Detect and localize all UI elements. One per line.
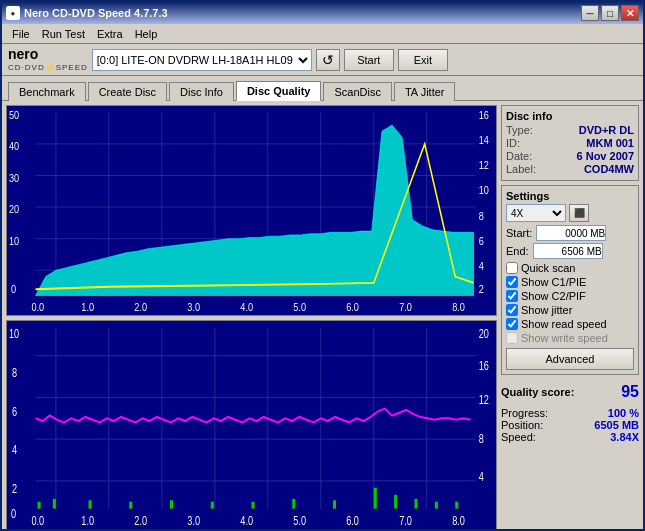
svg-text:0: 0 [11,283,16,295]
advanced-button[interactable]: Advanced [506,348,634,370]
end-input[interactable] [533,243,603,259]
start-button[interactable]: Start [344,49,394,71]
svg-text:12: 12 [479,159,489,171]
c2-pif-row: Show C2/PIF [506,290,634,302]
quick-scan-row: Quick scan [506,262,634,274]
svg-rect-51 [38,501,41,508]
quick-scan-label: Quick scan [521,262,575,274]
svg-rect-64 [455,501,458,508]
read-speed-checkbox[interactable] [506,318,518,330]
quality-score-label: Quality score: [501,386,574,398]
c1-pie-checkbox[interactable] [506,276,518,288]
tab-scandisc[interactable]: ScanDisc [323,82,391,101]
svg-text:8.0: 8.0 [452,513,465,527]
quality-score-value: 95 [621,383,639,401]
menu-bar: File Run Test Extra Help [2,24,643,44]
disc-label-row: Label: COD4MW [506,163,634,175]
disc-id-label: ID: [506,137,520,149]
menu-help[interactable]: Help [129,26,164,42]
svg-text:7.0: 7.0 [399,513,412,527]
disc-type-label: Type: [506,124,533,136]
disc-id-row: ID: MKM 001 [506,137,634,149]
exit-button[interactable]: Exit [398,49,448,71]
speed-select[interactable]: 4X [506,204,566,222]
c1-pie-label: Show C1/PIE [521,276,586,288]
logo-nero: nero [8,47,88,62]
title-bar-buttons: ─ □ ✕ [581,5,639,21]
svg-text:10: 10 [9,326,19,340]
toolbar: nero CD·DVD⚡SPEED [0:0] LITE-ON DVDRW LH… [2,44,643,76]
svg-rect-53 [89,500,92,508]
svg-text:50: 50 [9,109,19,121]
tab-ta-jitter[interactable]: TA Jitter [394,82,456,101]
svg-text:16: 16 [479,358,489,372]
speed-value: 3.84X [610,431,639,443]
minimize-button[interactable]: ─ [581,5,599,21]
speed-btn[interactable]: ⬛ [569,204,589,222]
progress-label: Progress: [501,407,548,419]
svg-text:8: 8 [12,365,17,379]
svg-rect-63 [435,501,438,508]
read-speed-row: Show read speed [506,318,634,330]
svg-rect-54 [129,501,132,508]
jitter-checkbox[interactable] [506,304,518,316]
logo-cd-dvd-speed: CD·DVD⚡SPEED [8,63,88,72]
svg-text:40: 40 [9,140,19,152]
jitter-row: Show jitter [506,304,634,316]
svg-text:6: 6 [12,404,17,418]
svg-text:4.0: 4.0 [240,513,253,527]
start-input[interactable] [536,225,606,241]
drive-selector[interactable]: [0:0] LITE-ON DVDRW LH-18A1H HL09 [92,49,312,71]
c2-pif-label: Show C2/PIF [521,290,586,302]
progress-value: 100 % [608,407,639,419]
tab-disc-info[interactable]: Disc Info [169,82,234,101]
menu-run-test[interactable]: Run Test [36,26,91,42]
maximize-button[interactable]: □ [601,5,619,21]
disc-date-row: Date: 6 Nov 2007 [506,150,634,162]
svg-text:3.0: 3.0 [187,513,200,527]
disc-label-label: Label: [506,163,536,175]
svg-text:7.0: 7.0 [399,301,412,313]
quick-scan-checkbox[interactable] [506,262,518,274]
svg-text:5.0: 5.0 [293,513,306,527]
tab-benchmark[interactable]: Benchmark [8,82,86,101]
svg-text:14: 14 [479,134,489,146]
menu-file[interactable]: File [6,26,36,42]
tab-create-disc[interactable]: Create Disc [88,82,167,101]
svg-text:2: 2 [12,481,17,495]
disc-label-value: COD4MW [584,163,634,175]
right-panel: Disc info Type: DVD+R DL ID: MKM 001 Dat… [501,105,639,530]
svg-text:2.0: 2.0 [134,513,147,527]
svg-text:0: 0 [11,506,16,520]
svg-text:5.0: 5.0 [293,301,306,313]
read-speed-label: Show read speed [521,318,607,330]
svg-rect-60 [374,487,377,508]
write-speed-row: Show write speed [506,332,634,344]
position-label: Position: [501,419,543,431]
menu-extra[interactable]: Extra [91,26,129,42]
svg-text:6: 6 [479,235,484,247]
svg-text:4: 4 [479,469,484,483]
app-icon: ● [6,6,20,20]
disc-type-row: Type: DVD+R DL [506,124,634,136]
close-button[interactable]: ✕ [621,5,639,21]
tabs-row: Benchmark Create Disc Disc Info Disc Qua… [2,76,643,101]
c2-pif-checkbox[interactable] [506,290,518,302]
refresh-button[interactable]: ↺ [316,49,340,71]
tab-disc-quality[interactable]: Disc Quality [236,81,322,101]
svg-rect-38 [7,321,496,530]
c1-pie-row: Show C1/PIE [506,276,634,288]
svg-text:10: 10 [479,185,489,197]
speed-row: 4X ⬛ [506,204,634,222]
svg-text:20: 20 [479,326,489,340]
svg-text:1.0: 1.0 [81,301,94,313]
svg-rect-61 [394,494,397,508]
disc-date-label: Date: [506,150,532,162]
svg-text:2.0: 2.0 [134,301,147,313]
svg-rect-57 [252,501,255,508]
svg-rect-56 [211,501,214,508]
svg-text:8.0: 8.0 [452,301,465,313]
chart1: 50 40 30 20 10 0 16 14 12 10 8 6 4 2 0 [6,105,497,316]
svg-text:16: 16 [479,109,489,121]
svg-text:8: 8 [479,210,484,222]
